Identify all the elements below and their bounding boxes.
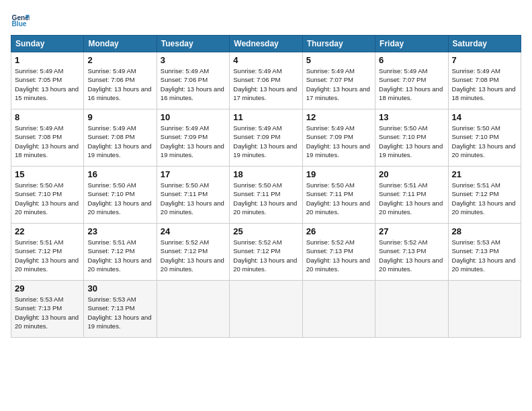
day-info: Sunrise: 5:49 AMSunset: 7:08 PMDaylight:… <box>87 124 151 158</box>
day-number: 13 <box>379 112 444 122</box>
day-info: Sunrise: 5:50 AMSunset: 7:10 PMDaylight:… <box>452 124 516 158</box>
day-number: 17 <box>161 169 226 179</box>
svg-text:Blue: Blue <box>12 20 27 28</box>
logo: General Blue <box>11 11 32 30</box>
day-cell-20: 20 Sunrise: 5:51 AMSunset: 7:11 PMDaylig… <box>375 167 448 224</box>
day-number: 26 <box>306 226 371 236</box>
day-info: Sunrise: 5:49 AMSunset: 7:07 PMDaylight:… <box>379 67 443 101</box>
day-info: Sunrise: 5:49 AMSunset: 7:09 PMDaylight:… <box>233 124 297 158</box>
day-number: 3 <box>161 55 226 65</box>
empty-cell <box>302 281 375 338</box>
day-number: 24 <box>161 226 226 236</box>
day-cell-15: 15 Sunrise: 5:50 AMSunset: 7:10 PMDaylig… <box>11 167 84 224</box>
day-cell-1: 1 Sunrise: 5:49 AMSunset: 7:05 PMDayligh… <box>11 52 84 109</box>
day-info: Sunrise: 5:50 AMSunset: 7:10 PMDaylight:… <box>87 181 151 216</box>
week-row-1: 1 Sunrise: 5:49 AMSunset: 7:05 PMDayligh… <box>11 52 521 109</box>
day-cell-25: 25 Sunrise: 5:52 AMSunset: 7:12 PMDaylig… <box>230 224 302 281</box>
day-number: 10 <box>161 112 226 122</box>
day-number: 15 <box>15 169 80 179</box>
day-cell-12: 12 Sunrise: 5:49 AMSunset: 7:09 PMDaylig… <box>302 109 375 167</box>
day-info: Sunrise: 5:53 AMSunset: 7:13 PMDaylight:… <box>452 238 516 273</box>
col-header-monday: Monday <box>84 36 157 52</box>
day-info: Sunrise: 5:52 AMSunset: 7:13 PMDaylight:… <box>306 238 370 273</box>
day-info: Sunrise: 5:51 AMSunset: 7:11 PMDaylight:… <box>379 181 443 216</box>
day-info: Sunrise: 5:53 AMSunset: 7:13 PMDaylight:… <box>15 295 79 330</box>
day-cell-23: 23 Sunrise: 5:51 AMSunset: 7:12 PMDaylig… <box>84 224 157 281</box>
day-info: Sunrise: 5:50 AMSunset: 7:11 PMDaylight:… <box>306 181 370 216</box>
day-number: 28 <box>452 226 517 236</box>
day-number: 5 <box>306 55 371 65</box>
day-number: 12 <box>306 112 371 122</box>
day-number: 1 <box>15 55 80 65</box>
day-info: Sunrise: 5:50 AMSunset: 7:11 PMDaylight:… <box>161 181 224 216</box>
day-info: Sunrise: 5:51 AMSunset: 7:12 PMDaylight:… <box>452 181 516 216</box>
day-cell-18: 18 Sunrise: 5:50 AMSunset: 7:11 PMDaylig… <box>230 167 302 224</box>
day-cell-6: 6 Sunrise: 5:49 AMSunset: 7:07 PMDayligh… <box>375 52 448 109</box>
col-header-friday: Friday <box>375 36 448 52</box>
day-cell-5: 5 Sunrise: 5:49 AMSunset: 7:07 PMDayligh… <box>302 52 375 109</box>
day-info: Sunrise: 5:49 AMSunset: 7:07 PMDaylight:… <box>306 67 370 101</box>
day-cell-11: 11 Sunrise: 5:49 AMSunset: 7:09 PMDaylig… <box>230 109 302 167</box>
day-info: Sunrise: 5:51 AMSunset: 7:12 PMDaylight:… <box>87 238 151 273</box>
day-number: 6 <box>379 55 444 65</box>
logo-icon: General Blue <box>11 11 30 30</box>
day-cell-30: 30 Sunrise: 5:53 AMSunset: 7:13 PMDaylig… <box>84 281 157 338</box>
col-header-thursday: Thursday <box>302 36 375 52</box>
day-cell-19: 19 Sunrise: 5:50 AMSunset: 7:11 PMDaylig… <box>302 167 375 224</box>
day-number: 2 <box>87 55 152 65</box>
day-info: Sunrise: 5:49 AMSunset: 7:08 PMDaylight:… <box>15 124 79 158</box>
day-cell-14: 14 Sunrise: 5:50 AMSunset: 7:10 PMDaylig… <box>448 109 521 167</box>
day-cell-4: 4 Sunrise: 5:49 AMSunset: 7:06 PMDayligh… <box>230 52 302 109</box>
day-info: Sunrise: 5:53 AMSunset: 7:13 PMDaylight:… <box>87 295 151 330</box>
day-info: Sunrise: 5:49 AMSunset: 7:06 PMDaylight:… <box>161 67 224 101</box>
day-cell-17: 17 Sunrise: 5:50 AMSunset: 7:11 PMDaylig… <box>157 167 229 224</box>
day-cell-26: 26 Sunrise: 5:52 AMSunset: 7:13 PMDaylig… <box>302 224 375 281</box>
calendar-header-row: SundayMondayTuesdayWednesdayThursdayFrid… <box>11 36 521 52</box>
day-number: 4 <box>233 55 298 65</box>
week-row-5: 29 Sunrise: 5:53 AMSunset: 7:13 PMDaylig… <box>11 281 521 338</box>
day-info: Sunrise: 5:49 AMSunset: 7:06 PMDaylight:… <box>87 67 151 101</box>
day-cell-29: 29 Sunrise: 5:53 AMSunset: 7:13 PMDaylig… <box>11 281 84 338</box>
day-number: 7 <box>452 55 517 65</box>
col-header-sunday: Sunday <box>11 36 84 52</box>
day-number: 14 <box>452 112 517 122</box>
calendar-table: SundayMondayTuesdayWednesdayThursdayFrid… <box>11 35 521 338</box>
day-info: Sunrise: 5:51 AMSunset: 7:12 PMDaylight:… <box>15 238 79 273</box>
day-cell-21: 21 Sunrise: 5:51 AMSunset: 7:12 PMDaylig… <box>448 167 521 224</box>
day-info: Sunrise: 5:49 AMSunset: 7:05 PMDaylight:… <box>15 67 79 101</box>
day-cell-13: 13 Sunrise: 5:50 AMSunset: 7:10 PMDaylig… <box>375 109 448 167</box>
day-info: Sunrise: 5:49 AMSunset: 7:08 PMDaylight:… <box>452 67 516 101</box>
empty-cell <box>230 281 302 338</box>
day-info: Sunrise: 5:50 AMSunset: 7:11 PMDaylight:… <box>233 181 297 216</box>
day-info: Sunrise: 5:49 AMSunset: 7:09 PMDaylight:… <box>306 124 370 158</box>
day-number: 11 <box>233 112 298 122</box>
day-number: 19 <box>306 169 371 179</box>
col-header-saturday: Saturday <box>448 36 521 52</box>
day-number: 25 <box>233 226 298 236</box>
week-row-2: 8 Sunrise: 5:49 AMSunset: 7:08 PMDayligh… <box>11 109 521 167</box>
day-number: 30 <box>87 283 152 293</box>
empty-cell <box>375 281 448 338</box>
day-cell-22: 22 Sunrise: 5:51 AMSunset: 7:12 PMDaylig… <box>11 224 84 281</box>
day-cell-24: 24 Sunrise: 5:52 AMSunset: 7:12 PMDaylig… <box>157 224 229 281</box>
col-header-tuesday: Tuesday <box>157 36 229 52</box>
day-number: 21 <box>452 169 517 179</box>
day-number: 16 <box>87 169 152 179</box>
week-row-4: 22 Sunrise: 5:51 AMSunset: 7:12 PMDaylig… <box>11 224 521 281</box>
day-number: 20 <box>379 169 444 179</box>
empty-cell <box>448 281 521 338</box>
week-row-3: 15 Sunrise: 5:50 AMSunset: 7:10 PMDaylig… <box>11 167 521 224</box>
day-cell-7: 7 Sunrise: 5:49 AMSunset: 7:08 PMDayligh… <box>448 52 521 109</box>
day-cell-2: 2 Sunrise: 5:49 AMSunset: 7:06 PMDayligh… <box>84 52 157 109</box>
day-cell-27: 27 Sunrise: 5:52 AMSunset: 7:13 PMDaylig… <box>375 224 448 281</box>
day-cell-3: 3 Sunrise: 5:49 AMSunset: 7:06 PMDayligh… <box>157 52 229 109</box>
day-info: Sunrise: 5:50 AMSunset: 7:10 PMDaylight:… <box>379 124 443 158</box>
day-info: Sunrise: 5:52 AMSunset: 7:12 PMDaylight:… <box>233 238 297 273</box>
page-header: General Blue <box>11 11 521 30</box>
day-cell-16: 16 Sunrise: 5:50 AMSunset: 7:10 PMDaylig… <box>84 167 157 224</box>
day-info: Sunrise: 5:50 AMSunset: 7:10 PMDaylight:… <box>15 181 79 216</box>
day-info: Sunrise: 5:49 AMSunset: 7:06 PMDaylight:… <box>233 67 297 101</box>
day-number: 8 <box>15 112 80 122</box>
day-cell-9: 9 Sunrise: 5:49 AMSunset: 7:08 PMDayligh… <box>84 109 157 167</box>
day-info: Sunrise: 5:49 AMSunset: 7:09 PMDaylight:… <box>161 124 224 158</box>
